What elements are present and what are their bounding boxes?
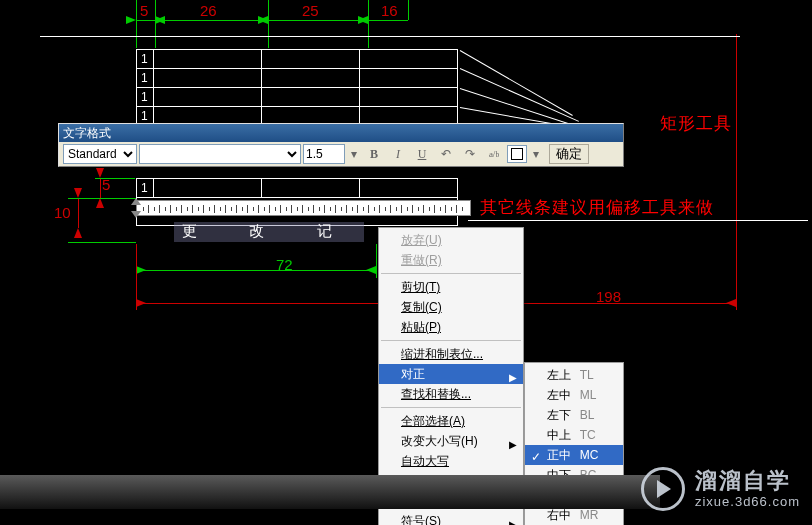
color-picker[interactable]: [507, 145, 527, 163]
table-cell: 1: [137, 69, 154, 88]
mtext-ruler[interactable]: [136, 200, 471, 216]
sheet-edge: [468, 220, 808, 221]
menu-autocaps[interactable]: 自动大写: [379, 451, 523, 471]
menu-redo[interactable]: 重做(R): [379, 250, 523, 270]
stack-button[interactable]: a/b: [483, 144, 505, 164]
dim-arrow: [126, 16, 136, 24]
undo-button[interactable]: ↶: [435, 144, 457, 164]
submenu-arrow-icon: ▶: [509, 515, 517, 525]
ext-line: [136, 0, 137, 48]
checkmark-icon: ✓: [531, 447, 541, 467]
menu-copy[interactable]: 复制(C): [379, 297, 523, 317]
dim-arrow: [74, 228, 82, 238]
italic-button[interactable]: I: [387, 144, 409, 164]
table-cell: [154, 88, 262, 107]
watermark-title: 溜溜自学: [695, 468, 800, 494]
menu-separator: [381, 340, 521, 341]
color-dropdown-icon[interactable]: ▾: [529, 144, 543, 164]
dim-arrow: [136, 266, 146, 274]
bold-button[interactable]: B: [363, 144, 385, 164]
ext-line: [736, 34, 737, 310]
table-cell: [262, 179, 360, 198]
ext-line: [136, 244, 137, 310]
dim-arrow: [96, 198, 104, 208]
text-format-toolbar: 文字格式 Standard ▾ B I U ↶ ↷ a/b ▾ 确定: [58, 123, 624, 167]
cad-canvas[interactable]: 5 26 25 16 5 10 72 198 1 1 1 1 1 矩形工具 其它…: [0, 0, 812, 525]
table-cell: [154, 50, 262, 69]
menu-justify[interactable]: 对正▶: [379, 364, 523, 384]
table-cell: [360, 88, 458, 107]
dim-value: 72: [276, 256, 293, 273]
ext-line: [68, 242, 136, 243]
justify-tc[interactable]: 中上 TC: [525, 425, 623, 445]
ext-line: [95, 178, 135, 179]
dim-value: 26: [200, 2, 217, 19]
justify-bl[interactable]: 左下 BL: [525, 405, 623, 425]
menu-select-all[interactable]: 全部选择(A): [379, 411, 523, 431]
justify-mc[interactable]: ✓正中 MC: [525, 445, 623, 465]
dim-arrow: [136, 299, 146, 307]
dim-arrow: [74, 188, 82, 198]
dim-arrow: [358, 16, 368, 24]
text-style-select[interactable]: Standard: [63, 144, 137, 164]
dim-value: 10: [54, 204, 71, 221]
height-dropdown-icon[interactable]: ▾: [347, 144, 361, 164]
ext-line: [268, 0, 269, 48]
ok-button[interactable]: 确定: [549, 144, 589, 164]
mtext-content: 更 改 记: [182, 222, 355, 239]
annotation-rect-tool: 矩形工具: [660, 112, 732, 135]
ext-line: [155, 0, 156, 48]
justify-ml[interactable]: 左中 ML: [525, 385, 623, 405]
justify-tl[interactable]: 左上 TL: [525, 365, 623, 385]
dim-arrow: [366, 266, 376, 274]
sheet-edge: [40, 36, 740, 37]
menu-cut[interactable]: 剪切(T): [379, 277, 523, 297]
dim-arrow: [258, 16, 268, 24]
table-cell: [262, 50, 360, 69]
hanging-indent-icon[interactable]: [131, 211, 141, 218]
annotation-offset-hint: 其它线条建议用偏移工具来做: [480, 196, 714, 219]
ext-line: [408, 0, 409, 20]
table-cell: [360, 179, 458, 198]
dim-value: 25: [302, 2, 319, 19]
watermark-url: zixue.3d66.com: [695, 494, 800, 510]
dim-arrow: [155, 16, 165, 24]
text-height-input[interactable]: [303, 144, 345, 164]
table-cell: 1: [137, 179, 154, 198]
dim-value: 16: [381, 2, 398, 19]
menu-separator: [381, 407, 521, 408]
table-cell: [262, 88, 360, 107]
menu-change-case[interactable]: 改变大小写(H)▶: [379, 431, 523, 451]
first-line-indent-icon[interactable]: [131, 198, 141, 205]
dim-line: [136, 270, 376, 271]
cad-table-top: 1 1 1 1: [136, 49, 458, 126]
ext-line: [368, 0, 369, 48]
menu-indent[interactable]: 缩进和制表位...: [379, 344, 523, 364]
table-cell: [154, 69, 262, 88]
table-cell: [262, 69, 360, 88]
dim-value: 5: [140, 2, 148, 19]
ext-line: [376, 244, 377, 278]
menu-symbol[interactable]: 符号(S)▶: [379, 511, 523, 525]
table-cell: [360, 50, 458, 69]
dim-arrow: [726, 299, 736, 307]
menu-separator: [381, 273, 521, 274]
underline-button[interactable]: U: [411, 144, 433, 164]
font-select[interactable]: [139, 144, 301, 164]
ext-line: [68, 198, 136, 199]
watermark: 溜溜自学 zixue.3d66.com: [641, 467, 800, 511]
menu-find[interactable]: 查找和替换...: [379, 384, 523, 404]
dim-value: 198: [596, 288, 621, 305]
dim-line: [100, 178, 101, 198]
floor-gradient: [0, 475, 660, 509]
redo-button[interactable]: ↷: [459, 144, 481, 164]
menu-undo[interactable]: 放弃(U): [379, 230, 523, 250]
menu-paste[interactable]: 粘贴(P): [379, 317, 523, 337]
mtext-edit-area[interactable]: 更 改 记: [174, 222, 364, 242]
table-cell: 1: [137, 50, 154, 69]
play-icon: [641, 467, 685, 511]
toolbar-title[interactable]: 文字格式: [59, 124, 623, 142]
table-cell: [360, 69, 458, 88]
table-cell: 1: [137, 88, 154, 107]
dim-line: [78, 198, 79, 228]
